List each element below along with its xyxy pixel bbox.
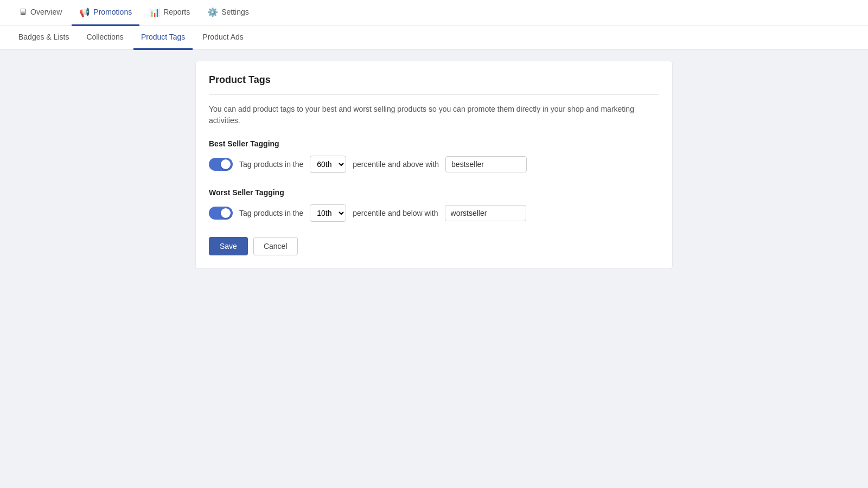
- nav-item-settings[interactable]: ⚙️ Settings: [200, 0, 257, 26]
- best-seller-above-label: percentile and above with: [353, 160, 439, 169]
- megaphone-icon: 📢: [79, 7, 90, 17]
- sub-nav: Badges & Lists Collections Product Tags …: [0, 26, 868, 50]
- card-description: You can add product tags to your best an…: [209, 104, 659, 126]
- nav-item-overview[interactable]: 🖥 Overview: [11, 0, 69, 26]
- bar-chart-icon: 📊: [149, 7, 160, 17]
- nav-label-promotions: Promotions: [93, 8, 132, 16]
- best-seller-toggle[interactable]: [209, 158, 233, 171]
- worst-seller-tag-label: Tag products in the: [239, 209, 303, 217]
- nav-label-reports: Reports: [163, 8, 190, 16]
- best-seller-tag-label: Tag products in the: [239, 160, 303, 169]
- nav-label-settings: Settings: [221, 8, 249, 16]
- best-seller-percentile-select[interactable]: 10th 20th 30th 40th 50th 60th 70th 80th …: [310, 156, 346, 173]
- subnav-badges-lists[interactable]: Badges & Lists: [11, 26, 76, 50]
- product-tags-card: Product Tags You can add product tags to…: [195, 61, 673, 269]
- best-seller-section-title: Best Seller Tagging: [209, 139, 659, 148]
- worst-seller-section: Worst Seller Tagging Tag products in the…: [209, 188, 659, 222]
- worst-seller-below-label: percentile and below with: [353, 209, 438, 217]
- top-nav: 🖥 Overview 📢 Promotions 📊 Reports ⚙️ Set…: [0, 0, 868, 26]
- action-buttons: Save Cancel: [209, 237, 659, 255]
- worst-seller-toggle[interactable]: [209, 207, 233, 220]
- best-seller-tag-input[interactable]: [445, 156, 527, 172]
- best-seller-section: Best Seller Tagging Tag products in the …: [209, 139, 659, 173]
- subnav-product-tags[interactable]: Product Tags: [133, 26, 193, 50]
- nav-item-reports[interactable]: 📊 Reports: [142, 0, 197, 26]
- subnav-collections[interactable]: Collections: [79, 26, 131, 50]
- worst-seller-tag-input[interactable]: [445, 205, 526, 221]
- main-content: Product Tags You can add product tags to…: [0, 50, 868, 488]
- best-seller-toggle-row: Tag products in the 10th 20th 30th 40th …: [209, 156, 659, 173]
- worst-seller-section-title: Worst Seller Tagging: [209, 188, 659, 197]
- nav-label-overview: Overview: [30, 8, 62, 16]
- worst-seller-percentile-select[interactable]: 10th 20th 30th 40th 50th 60th 70th 80th …: [310, 204, 346, 222]
- worst-seller-toggle-row: Tag products in the 10th 20th 30th 40th …: [209, 204, 659, 222]
- gear-icon: ⚙️: [207, 7, 218, 17]
- monitor-icon: 🖥: [18, 7, 27, 17]
- worst-seller-percentile-dropdown[interactable]: 10th 20th 30th 40th 50th 60th 70th 80th …: [310, 205, 346, 221]
- cancel-button[interactable]: Cancel: [253, 237, 298, 255]
- nav-item-promotions[interactable]: 📢 Promotions: [72, 0, 139, 26]
- save-button[interactable]: Save: [209, 237, 248, 255]
- subnav-product-ads[interactable]: Product Ads: [195, 26, 251, 50]
- best-seller-percentile-dropdown[interactable]: 10th 20th 30th 40th 50th 60th 70th 80th …: [310, 156, 346, 172]
- card-title: Product Tags: [209, 74, 659, 95]
